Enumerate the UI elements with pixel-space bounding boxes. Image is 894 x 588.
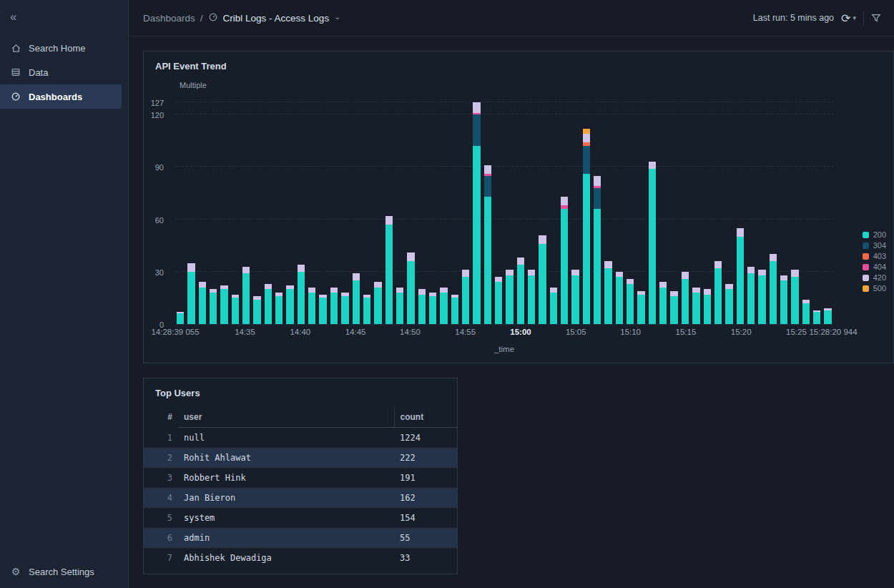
stacked-bar[interactable]: [286, 285, 293, 324]
stacked-bar[interactable]: [824, 308, 831, 324]
stacked-bar[interactable]: [440, 288, 447, 324]
count-cell: 1224: [394, 428, 457, 449]
sidebar-item-search-home[interactable]: Search Home: [0, 36, 128, 60]
breadcrumb-dashboards-link[interactable]: Dashboards: [143, 13, 195, 24]
stacked-bar[interactable]: [682, 272, 689, 324]
bar-segment-420: [187, 263, 195, 272]
breadcrumb: Dashboards / Cribl Logs - Access Logs ⌄: [143, 12, 340, 24]
stacked-bar[interactable]: [232, 295, 239, 324]
bar-segment-420: [374, 282, 381, 287]
stacked-bar[interactable]: [418, 289, 426, 324]
dashboard-title-dropdown[interactable]: Cribl Logs - Access Logs ⌄: [208, 12, 341, 24]
bar-segment-200: [298, 272, 305, 324]
stacked-bar[interactable]: [353, 273, 360, 324]
stacked-bar[interactable]: [670, 291, 677, 324]
stacked-bar[interactable]: [265, 284, 272, 324]
stacked-bar[interactable]: [473, 102, 480, 324]
stacked-bar[interactable]: [583, 129, 590, 324]
stacked-bar[interactable]: [627, 279, 634, 324]
stacked-bar[interactable]: [330, 288, 338, 324]
stacked-bar[interactable]: [396, 288, 403, 324]
table-row[interactable]: 7Abhishek Dewadiga33: [144, 548, 457, 568]
stacked-bar[interactable]: [813, 310, 820, 325]
stacked-bar[interactable]: [199, 282, 206, 324]
stacked-bar[interactable]: [791, 270, 798, 324]
stacked-bar[interactable]: [429, 293, 436, 324]
legend-item-420[interactable]: 420: [863, 273, 886, 282]
stacked-bar[interactable]: [517, 258, 524, 324]
stacked-bar[interactable]: [374, 282, 381, 324]
table-row[interactable]: 6admin55: [144, 528, 457, 548]
stacked-bar[interactable]: [692, 288, 699, 324]
column-header-user[interactable]: user: [178, 407, 394, 428]
stacked-bar[interactable]: [275, 293, 283, 324]
stacked-bar[interactable]: [506, 270, 513, 324]
sidebar-item-data[interactable]: Data: [0, 60, 128, 84]
stacked-bar[interactable]: [637, 291, 644, 324]
refresh-button[interactable]: ⟳ ▾: [841, 11, 856, 25]
stacked-bar[interactable]: [802, 300, 810, 324]
column-header-count[interactable]: count: [394, 407, 457, 428]
stacked-bar[interactable]: [385, 216, 393, 324]
stacked-bar[interactable]: [758, 270, 765, 324]
table-row[interactable]: 5system154: [144, 508, 457, 528]
stacked-bar[interactable]: [407, 253, 414, 324]
table-row[interactable]: 3Robbert Hink191: [144, 468, 457, 488]
stacked-bar[interactable]: [363, 295, 370, 324]
user-cell: Rohit Ahlawat: [178, 448, 394, 468]
filter-button[interactable]: [871, 13, 881, 23]
legend-item-304[interactable]: 304: [863, 241, 886, 250]
table-row[interactable]: 1null1224: [144, 428, 457, 449]
stacked-bar[interactable]: [780, 275, 787, 324]
stacked-bar[interactable]: [462, 270, 469, 324]
stacked-bar[interactable]: [770, 254, 777, 324]
stacked-bar[interactable]: [451, 295, 458, 324]
stacked-bar[interactable]: [484, 165, 491, 324]
stacked-bar[interactable]: [725, 284, 732, 324]
stacked-bar[interactable]: [714, 261, 722, 324]
column-header-index[interactable]: #: [144, 407, 178, 428]
stacked-bar[interactable]: [550, 288, 557, 324]
legend-item-403[interactable]: 403: [863, 252, 886, 260]
stacked-bar[interactable]: [341, 293, 348, 324]
sidebar-item-search-settings[interactable]: ⚙ Search Settings: [0, 559, 128, 584]
bar-segment-420: [714, 261, 722, 268]
stacked-bar[interactable]: [308, 288, 315, 324]
bar-segment-200: [451, 298, 458, 324]
stacked-bar[interactable]: [704, 289, 711, 324]
filter-icon: [871, 13, 881, 23]
stacked-bar[interactable]: [242, 267, 250, 324]
stacked-bar[interactable]: [187, 263, 195, 324]
stacked-bar[interactable]: [253, 296, 260, 324]
stacked-bar[interactable]: [210, 289, 217, 324]
stacked-bar[interactable]: [319, 295, 326, 324]
legend-item-200[interactable]: 200: [863, 230, 886, 239]
bar-segment-200: [286, 289, 293, 324]
sidebar-collapse-button[interactable]: «: [0, 7, 26, 27]
stacked-bar[interactable]: [495, 277, 502, 324]
legend-item-404[interactable]: 404: [863, 263, 886, 271]
stacked-bar[interactable]: [528, 270, 535, 324]
stacked-bar[interactable]: [616, 272, 623, 324]
count-cell: 55: [394, 528, 457, 548]
table-row[interactable]: 4Jan Bieron162: [144, 488, 457, 508]
sidebar-item-dashboards[interactable]: Dashboards: [0, 84, 122, 109]
stacked-bar[interactable]: [737, 228, 744, 324]
bar-segment-200: [473, 146, 480, 324]
legend-item-500[interactable]: 500: [863, 284, 886, 293]
stacked-bar[interactable]: [177, 312, 184, 324]
bar-segment-420: [550, 288, 557, 293]
stacked-bar[interactable]: [594, 176, 601, 324]
bar-segment-500: [583, 129, 590, 134]
stacked-bar[interactable]: [659, 282, 667, 324]
stacked-bar[interactable]: [220, 285, 227, 324]
stacked-bar[interactable]: [649, 162, 656, 324]
bar-segment-200: [604, 268, 611, 324]
stacked-bar[interactable]: [539, 235, 546, 324]
stacked-bar[interactable]: [747, 267, 755, 324]
stacked-bar[interactable]: [571, 270, 579, 324]
stacked-bar[interactable]: [561, 197, 568, 324]
table-row[interactable]: 2Rohit Ahlawat222: [144, 448, 457, 468]
stacked-bar[interactable]: [604, 261, 611, 324]
stacked-bar[interactable]: [298, 265, 305, 324]
